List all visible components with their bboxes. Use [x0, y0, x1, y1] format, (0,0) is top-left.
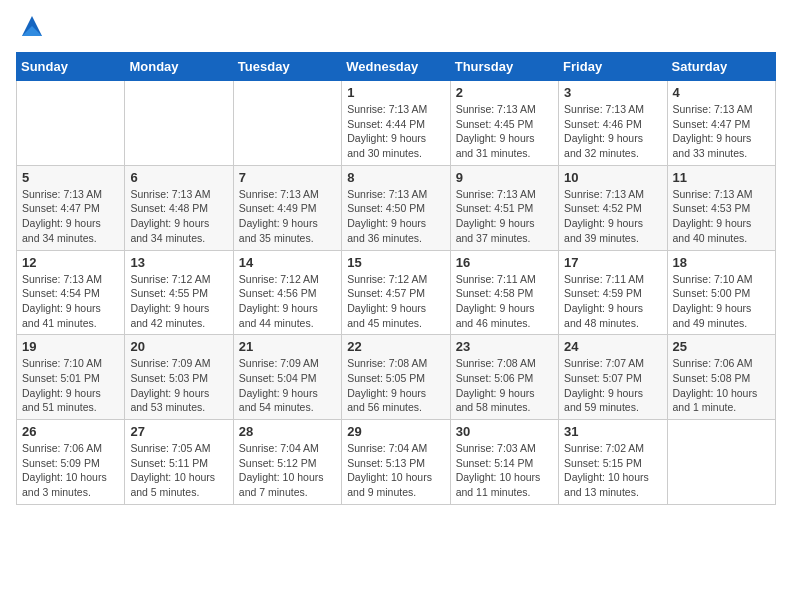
day-info: Sunrise: 7:04 AMSunset: 5:12 PMDaylight:… — [239, 441, 336, 500]
day-number: 1 — [347, 85, 444, 100]
calendar-week-row: 26Sunrise: 7:06 AMSunset: 5:09 PMDayligh… — [17, 420, 776, 505]
calendar-cell: 22Sunrise: 7:08 AMSunset: 5:05 PMDayligh… — [342, 335, 450, 420]
day-number: 9 — [456, 170, 553, 185]
day-number: 31 — [564, 424, 661, 439]
logo — [16, 16, 46, 40]
day-info: Sunrise: 7:05 AMSunset: 5:11 PMDaylight:… — [130, 441, 227, 500]
calendar-cell: 7Sunrise: 7:13 AMSunset: 4:49 PMDaylight… — [233, 165, 341, 250]
day-info: Sunrise: 7:12 AMSunset: 4:55 PMDaylight:… — [130, 272, 227, 331]
weekday-header: Wednesday — [342, 53, 450, 81]
calendar-cell: 27Sunrise: 7:05 AMSunset: 5:11 PMDayligh… — [125, 420, 233, 505]
calendar-cell: 4Sunrise: 7:13 AMSunset: 4:47 PMDaylight… — [667, 81, 775, 166]
day-number: 14 — [239, 255, 336, 270]
calendar-cell: 28Sunrise: 7:04 AMSunset: 5:12 PMDayligh… — [233, 420, 341, 505]
day-info: Sunrise: 7:09 AMSunset: 5:03 PMDaylight:… — [130, 356, 227, 415]
day-number: 6 — [130, 170, 227, 185]
day-info: Sunrise: 7:13 AMSunset: 4:44 PMDaylight:… — [347, 102, 444, 161]
calendar-cell: 10Sunrise: 7:13 AMSunset: 4:52 PMDayligh… — [559, 165, 667, 250]
calendar-cell: 29Sunrise: 7:04 AMSunset: 5:13 PMDayligh… — [342, 420, 450, 505]
calendar-cell: 2Sunrise: 7:13 AMSunset: 4:45 PMDaylight… — [450, 81, 558, 166]
calendar-cell: 24Sunrise: 7:07 AMSunset: 5:07 PMDayligh… — [559, 335, 667, 420]
calendar-cell: 9Sunrise: 7:13 AMSunset: 4:51 PMDaylight… — [450, 165, 558, 250]
day-number: 4 — [673, 85, 770, 100]
calendar-cell: 11Sunrise: 7:13 AMSunset: 4:53 PMDayligh… — [667, 165, 775, 250]
calendar-cell: 17Sunrise: 7:11 AMSunset: 4:59 PMDayligh… — [559, 250, 667, 335]
day-number: 21 — [239, 339, 336, 354]
day-number: 15 — [347, 255, 444, 270]
day-info: Sunrise: 7:13 AMSunset: 4:49 PMDaylight:… — [239, 187, 336, 246]
calendar-table: SundayMondayTuesdayWednesdayThursdayFrid… — [16, 52, 776, 505]
day-info: Sunrise: 7:06 AMSunset: 5:09 PMDaylight:… — [22, 441, 119, 500]
weekday-header: Sunday — [17, 53, 125, 81]
day-info: Sunrise: 7:13 AMSunset: 4:48 PMDaylight:… — [130, 187, 227, 246]
calendar-cell: 3Sunrise: 7:13 AMSunset: 4:46 PMDaylight… — [559, 81, 667, 166]
day-number: 8 — [347, 170, 444, 185]
calendar-cell — [233, 81, 341, 166]
day-number: 18 — [673, 255, 770, 270]
day-number: 19 — [22, 339, 119, 354]
calendar-cell: 21Sunrise: 7:09 AMSunset: 5:04 PMDayligh… — [233, 335, 341, 420]
calendar-cell: 31Sunrise: 7:02 AMSunset: 5:15 PMDayligh… — [559, 420, 667, 505]
logo-icon — [18, 12, 46, 40]
day-info: Sunrise: 7:13 AMSunset: 4:46 PMDaylight:… — [564, 102, 661, 161]
day-info: Sunrise: 7:13 AMSunset: 4:50 PMDaylight:… — [347, 187, 444, 246]
weekday-header: Thursday — [450, 53, 558, 81]
day-info: Sunrise: 7:11 AMSunset: 4:59 PMDaylight:… — [564, 272, 661, 331]
day-number: 3 — [564, 85, 661, 100]
day-number: 2 — [456, 85, 553, 100]
calendar-week-row: 19Sunrise: 7:10 AMSunset: 5:01 PMDayligh… — [17, 335, 776, 420]
calendar-cell: 16Sunrise: 7:11 AMSunset: 4:58 PMDayligh… — [450, 250, 558, 335]
day-info: Sunrise: 7:13 AMSunset: 4:51 PMDaylight:… — [456, 187, 553, 246]
calendar-cell: 30Sunrise: 7:03 AMSunset: 5:14 PMDayligh… — [450, 420, 558, 505]
day-number: 13 — [130, 255, 227, 270]
day-number: 16 — [456, 255, 553, 270]
calendar-cell: 20Sunrise: 7:09 AMSunset: 5:03 PMDayligh… — [125, 335, 233, 420]
day-number: 28 — [239, 424, 336, 439]
page-header — [16, 16, 776, 40]
weekday-header: Friday — [559, 53, 667, 81]
day-number: 5 — [22, 170, 119, 185]
calendar-week-row: 5Sunrise: 7:13 AMSunset: 4:47 PMDaylight… — [17, 165, 776, 250]
day-number: 10 — [564, 170, 661, 185]
calendar-week-row: 1Sunrise: 7:13 AMSunset: 4:44 PMDaylight… — [17, 81, 776, 166]
day-info: Sunrise: 7:04 AMSunset: 5:13 PMDaylight:… — [347, 441, 444, 500]
weekday-header: Monday — [125, 53, 233, 81]
day-info: Sunrise: 7:02 AMSunset: 5:15 PMDaylight:… — [564, 441, 661, 500]
calendar-cell: 15Sunrise: 7:12 AMSunset: 4:57 PMDayligh… — [342, 250, 450, 335]
calendar-cell — [125, 81, 233, 166]
day-number: 29 — [347, 424, 444, 439]
day-number: 11 — [673, 170, 770, 185]
day-info: Sunrise: 7:13 AMSunset: 4:45 PMDaylight:… — [456, 102, 553, 161]
day-info: Sunrise: 7:11 AMSunset: 4:58 PMDaylight:… — [456, 272, 553, 331]
day-info: Sunrise: 7:13 AMSunset: 4:47 PMDaylight:… — [22, 187, 119, 246]
calendar-cell: 6Sunrise: 7:13 AMSunset: 4:48 PMDaylight… — [125, 165, 233, 250]
calendar-cell — [667, 420, 775, 505]
day-number: 20 — [130, 339, 227, 354]
day-number: 23 — [456, 339, 553, 354]
calendar-cell: 14Sunrise: 7:12 AMSunset: 4:56 PMDayligh… — [233, 250, 341, 335]
calendar-cell: 25Sunrise: 7:06 AMSunset: 5:08 PMDayligh… — [667, 335, 775, 420]
calendar-cell: 19Sunrise: 7:10 AMSunset: 5:01 PMDayligh… — [17, 335, 125, 420]
day-number: 24 — [564, 339, 661, 354]
calendar-week-row: 12Sunrise: 7:13 AMSunset: 4:54 PMDayligh… — [17, 250, 776, 335]
weekday-header: Saturday — [667, 53, 775, 81]
weekday-header: Tuesday — [233, 53, 341, 81]
day-info: Sunrise: 7:12 AMSunset: 4:57 PMDaylight:… — [347, 272, 444, 331]
calendar-cell — [17, 81, 125, 166]
calendar-cell: 23Sunrise: 7:08 AMSunset: 5:06 PMDayligh… — [450, 335, 558, 420]
calendar-cell: 5Sunrise: 7:13 AMSunset: 4:47 PMDaylight… — [17, 165, 125, 250]
day-info: Sunrise: 7:12 AMSunset: 4:56 PMDaylight:… — [239, 272, 336, 331]
day-info: Sunrise: 7:06 AMSunset: 5:08 PMDaylight:… — [673, 356, 770, 415]
day-info: Sunrise: 7:13 AMSunset: 4:53 PMDaylight:… — [673, 187, 770, 246]
day-info: Sunrise: 7:09 AMSunset: 5:04 PMDaylight:… — [239, 356, 336, 415]
day-number: 26 — [22, 424, 119, 439]
calendar-cell: 13Sunrise: 7:12 AMSunset: 4:55 PMDayligh… — [125, 250, 233, 335]
calendar-cell: 8Sunrise: 7:13 AMSunset: 4:50 PMDaylight… — [342, 165, 450, 250]
day-number: 25 — [673, 339, 770, 354]
day-number: 30 — [456, 424, 553, 439]
day-number: 22 — [347, 339, 444, 354]
calendar-cell: 26Sunrise: 7:06 AMSunset: 5:09 PMDayligh… — [17, 420, 125, 505]
day-info: Sunrise: 7:10 AMSunset: 5:00 PMDaylight:… — [673, 272, 770, 331]
calendar-cell: 1Sunrise: 7:13 AMSunset: 4:44 PMDaylight… — [342, 81, 450, 166]
day-info: Sunrise: 7:13 AMSunset: 4:52 PMDaylight:… — [564, 187, 661, 246]
